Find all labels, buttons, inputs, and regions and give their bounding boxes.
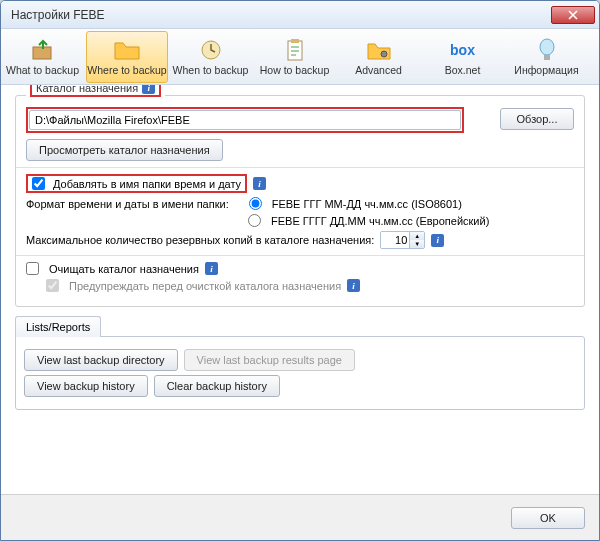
box-logo-icon: box bbox=[449, 38, 477, 62]
clear-destination-checkbox[interactable] bbox=[26, 262, 39, 275]
info-icon[interactable]: i bbox=[205, 262, 218, 275]
close-icon bbox=[568, 10, 578, 20]
tab-label: Информация bbox=[514, 64, 578, 76]
max-copies-input[interactable] bbox=[381, 232, 409, 248]
view-last-backup-dir-button[interactable]: View last backup directory bbox=[24, 349, 178, 371]
tab-label: Where to backup bbox=[87, 64, 166, 76]
tab-advanced[interactable]: Advanced bbox=[337, 29, 421, 84]
separator bbox=[16, 255, 584, 256]
format-radio-euro-label: FEBE ГГГГ ДД.ММ чч.мм.сс (Европейский) bbox=[271, 215, 489, 227]
format-radio-euro[interactable] bbox=[248, 214, 261, 227]
group-title: Каталог назначения i bbox=[26, 85, 165, 97]
tab-where-to-backup[interactable]: Where to backup bbox=[86, 31, 168, 83]
separator bbox=[16, 167, 584, 168]
clipboard-icon bbox=[281, 38, 309, 62]
format-radio-iso[interactable] bbox=[249, 197, 262, 210]
spinner-down-icon[interactable]: ▼ bbox=[410, 240, 424, 248]
folder-icon bbox=[113, 38, 141, 62]
content-pane: Каталог назначения i Обзор... Просмотрет… bbox=[1, 85, 599, 494]
svg-point-5 bbox=[540, 39, 554, 55]
folder-gear-icon bbox=[365, 38, 393, 62]
box-arrow-icon bbox=[29, 38, 57, 62]
reports-tabs: Lists/Reports View last backup directory… bbox=[15, 315, 585, 410]
browse-button[interactable]: Обзор... bbox=[500, 108, 574, 130]
titlebar: Настройки FEBE bbox=[1, 1, 599, 29]
highlight-path-field bbox=[26, 107, 464, 133]
max-copies-spinner[interactable]: ▲ ▼ bbox=[380, 231, 425, 249]
spinner-up-icon[interactable]: ▲ bbox=[410, 232, 424, 240]
dialog-window: Настройки FEBE What to backup Where to b… bbox=[0, 0, 600, 541]
timestamp-checkbox-label: Добавлять в имя папки время и дату bbox=[53, 178, 241, 190]
info-icon[interactable]: i bbox=[347, 279, 360, 292]
tab-info[interactable]: Информация bbox=[505, 29, 589, 84]
tab-label: Advanced bbox=[355, 64, 402, 76]
tab-what-to-backup[interactable]: What to backup bbox=[1, 29, 85, 84]
format-label: Формат времени и даты в имени папки: bbox=[26, 198, 229, 210]
format-radio-iso-label: FEBE ГГГ ММ-ДД чч.мм.сс (ISO8601) bbox=[272, 198, 462, 210]
svg-rect-3 bbox=[291, 39, 299, 43]
ok-button[interactable]: OK bbox=[511, 507, 585, 529]
tab-label: When to backup bbox=[173, 64, 249, 76]
highlight-timestamp-checkbox: Добавлять в имя папки время и дату bbox=[26, 174, 247, 193]
close-button[interactable] bbox=[551, 6, 595, 24]
info-icon[interactable]: i bbox=[431, 234, 444, 247]
tab-boxnet[interactable]: box Box.net bbox=[421, 29, 505, 84]
svg-rect-6 bbox=[544, 55, 550, 60]
tab-when-to-backup[interactable]: When to backup bbox=[169, 29, 253, 84]
tab-how-to-backup[interactable]: How to backup bbox=[253, 29, 337, 84]
window-title: Настройки FEBE bbox=[11, 8, 551, 22]
view-backup-history-button[interactable]: View backup history bbox=[24, 375, 148, 397]
max-copies-label: Максимальное количество резервных копий … bbox=[26, 234, 374, 246]
clear-backup-history-button[interactable]: Clear backup history bbox=[154, 375, 280, 397]
reports-panel: View last backup directory View last bac… bbox=[15, 336, 585, 410]
destination-label: Каталог назначения bbox=[36, 85, 138, 94]
view-last-results-button: View last backup results page bbox=[184, 349, 355, 371]
view-destination-button[interactable]: Просмотреть каталог назначения bbox=[26, 139, 223, 161]
dialog-footer: OK bbox=[1, 494, 599, 540]
timestamp-checkbox[interactable] bbox=[32, 177, 45, 190]
clear-destination-label: Очищать каталог назначения bbox=[49, 263, 199, 275]
tab-lists-reports[interactable]: Lists/Reports bbox=[15, 316, 101, 337]
info-icon[interactable]: i bbox=[253, 177, 266, 190]
highlight-destination-label: Каталог назначения i bbox=[30, 85, 161, 97]
tab-label: How to backup bbox=[260, 64, 329, 76]
warn-before-clear-label: Предупреждать перед очисткой каталога на… bbox=[69, 280, 341, 292]
clock-icon bbox=[197, 38, 225, 62]
svg-point-4 bbox=[381, 51, 387, 57]
lightbulb-icon bbox=[533, 38, 561, 62]
destination-path-input[interactable] bbox=[29, 110, 461, 130]
tab-label: Box.net bbox=[445, 64, 481, 76]
destination-group: Каталог назначения i Обзор... Просмотрет… bbox=[15, 95, 585, 307]
tab-label: What to backup bbox=[6, 64, 79, 76]
info-icon[interactable]: i bbox=[142, 85, 155, 94]
toolbar: What to backup Where to backup When to b… bbox=[1, 29, 599, 85]
warn-before-clear-checkbox bbox=[46, 279, 59, 292]
